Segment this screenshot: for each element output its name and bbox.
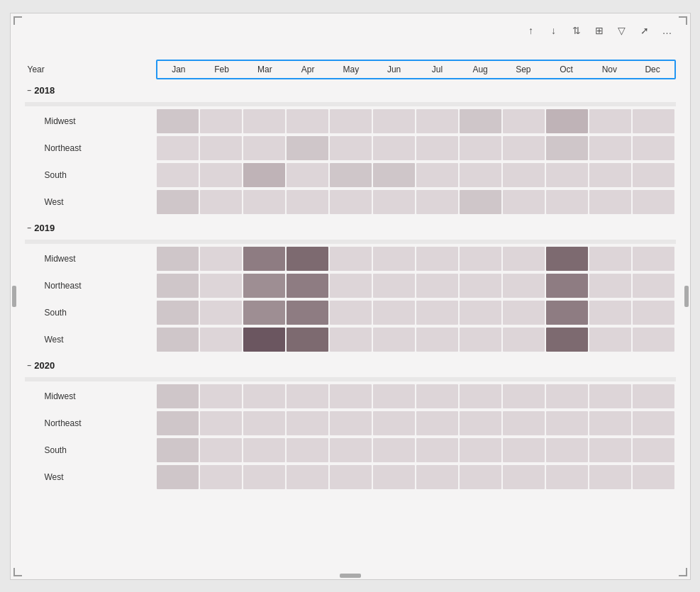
heat-cell-2020-midwest-m4[interactable] xyxy=(330,384,372,408)
heat-cell-2020-west-m9[interactable] xyxy=(546,465,588,489)
heat-cell-2018-west-m3[interactable] xyxy=(287,190,328,214)
sort-desc-button[interactable]: ↓ xyxy=(544,21,564,40)
heat-cell-2019-midwest-m6[interactable] xyxy=(416,247,458,271)
heat-cell-2019-south-m2[interactable] xyxy=(243,301,285,325)
heat-cell-2018-south-m10[interactable] xyxy=(589,163,631,187)
heat-cell-2020-midwest-m9[interactable] xyxy=(546,384,588,408)
heat-cell-2020-south-m7[interactable] xyxy=(460,438,501,462)
heat-cell-2019-northeast-m5[interactable] xyxy=(373,274,415,298)
heat-cell-2020-northeast-m7[interactable] xyxy=(460,411,501,435)
heat-cell-2020-northeast-m0[interactable] xyxy=(157,411,199,435)
heat-cell-2019-northeast-m11[interactable] xyxy=(633,274,674,298)
heat-cell-2018-midwest-m7[interactable] xyxy=(460,109,501,133)
heat-cell-2019-west-m5[interactable] xyxy=(373,328,415,352)
heat-cell-2019-west-m10[interactable] xyxy=(589,328,631,352)
heat-cell-2018-west-m4[interactable] xyxy=(330,190,372,214)
focus-button[interactable]: ➚ xyxy=(635,21,655,40)
sort-toggle-button[interactable]: ⇅ xyxy=(567,21,587,40)
heat-cell-2018-midwest-m11[interactable] xyxy=(633,109,674,133)
heat-cell-2019-northeast-m2[interactable] xyxy=(243,274,285,298)
heat-cell-2019-midwest-m4[interactable] xyxy=(330,247,372,271)
heat-cell-2018-midwest-m2[interactable] xyxy=(243,109,285,133)
heat-cell-2019-west-m0[interactable] xyxy=(157,328,199,352)
heat-cell-2020-northeast-m4[interactable] xyxy=(330,411,372,435)
heat-cell-2020-south-m3[interactable] xyxy=(287,438,328,462)
heat-cell-2020-midwest-m7[interactable] xyxy=(460,384,501,408)
heat-cell-2020-west-m6[interactable] xyxy=(416,465,458,489)
heat-cell-2019-west-m11[interactable] xyxy=(633,328,674,352)
heat-cell-2019-northeast-m3[interactable] xyxy=(287,274,328,298)
heat-cell-2018-northeast-m4[interactable] xyxy=(330,136,372,160)
heat-cell-2019-northeast-m9[interactable] xyxy=(546,274,588,298)
heat-cell-2018-northeast-m9[interactable] xyxy=(546,136,588,160)
collapse-icon[interactable]: − xyxy=(28,224,32,232)
heat-cell-2018-midwest-m9[interactable] xyxy=(546,109,588,133)
heat-cell-2019-midwest-m7[interactable] xyxy=(460,247,501,271)
resize-handle-right[interactable] xyxy=(684,286,689,307)
heat-cell-2019-west-m2[interactable] xyxy=(243,328,285,352)
heat-cell-2019-west-m4[interactable] xyxy=(330,328,372,352)
sort-asc-button[interactable]: ↑ xyxy=(521,21,541,40)
heat-cell-2018-northeast-m6[interactable] xyxy=(416,136,458,160)
heat-cell-2018-northeast-m5[interactable] xyxy=(373,136,415,160)
heat-cell-2019-south-m6[interactable] xyxy=(416,301,458,325)
heat-cell-2020-west-m1[interactable] xyxy=(200,465,242,489)
heat-cell-2018-midwest-m4[interactable] xyxy=(330,109,372,133)
heat-cell-2019-midwest-m0[interactable] xyxy=(157,247,199,271)
year-label-2018[interactable]: − 2018 xyxy=(25,85,156,96)
heat-cell-2020-south-m6[interactable] xyxy=(416,438,458,462)
heat-cell-2020-west-m5[interactable] xyxy=(373,465,415,489)
heat-cell-2018-northeast-m11[interactable] xyxy=(633,136,674,160)
heat-cell-2020-midwest-m1[interactable] xyxy=(200,384,242,408)
heat-cell-2018-midwest-m10[interactable] xyxy=(589,109,631,133)
heat-cell-2019-northeast-m10[interactable] xyxy=(589,274,631,298)
heat-cell-2020-west-m11[interactable] xyxy=(633,465,674,489)
heat-cell-2018-midwest-m8[interactable] xyxy=(503,109,545,133)
heat-cell-2020-northeast-m1[interactable] xyxy=(200,411,242,435)
heat-cell-2020-south-m0[interactable] xyxy=(157,438,199,462)
heat-cell-2019-midwest-m2[interactable] xyxy=(243,247,285,271)
heat-cell-2019-midwest-m9[interactable] xyxy=(546,247,588,271)
heat-cell-2020-midwest-m5[interactable] xyxy=(373,384,415,408)
heat-cell-2020-northeast-m11[interactable] xyxy=(633,411,674,435)
heat-cell-2018-midwest-m3[interactable] xyxy=(287,109,328,133)
heat-cell-2020-northeast-m9[interactable] xyxy=(546,411,588,435)
heat-cell-2018-south-m8[interactable] xyxy=(503,163,545,187)
heat-cell-2020-west-m7[interactable] xyxy=(460,465,501,489)
heat-cell-2018-west-m9[interactable] xyxy=(546,190,588,214)
heat-cell-2020-west-m3[interactable] xyxy=(287,465,328,489)
heat-cell-2019-south-m10[interactable] xyxy=(589,301,631,325)
heat-cell-2018-south-m6[interactable] xyxy=(416,163,458,187)
heat-cell-2020-west-m4[interactable] xyxy=(330,465,372,489)
heat-cell-2019-midwest-m1[interactable] xyxy=(200,247,242,271)
heat-cell-2018-northeast-m0[interactable] xyxy=(157,136,199,160)
heat-cell-2019-south-m7[interactable] xyxy=(460,301,501,325)
heat-cell-2019-south-m5[interactable] xyxy=(373,301,415,325)
heat-cell-2018-midwest-m0[interactable] xyxy=(157,109,199,133)
heat-cell-2018-northeast-m3[interactable] xyxy=(287,136,328,160)
heat-cell-2019-midwest-m8[interactable] xyxy=(503,247,545,271)
heat-cell-2018-west-m0[interactable] xyxy=(157,190,199,214)
heat-cell-2019-south-m3[interactable] xyxy=(287,301,328,325)
heat-cell-2019-northeast-m7[interactable] xyxy=(460,274,501,298)
heat-cell-2018-midwest-m5[interactable] xyxy=(373,109,415,133)
heat-cell-2018-northeast-m1[interactable] xyxy=(200,136,242,160)
heat-cell-2018-northeast-m7[interactable] xyxy=(460,136,501,160)
heat-cell-2020-south-m2[interactable] xyxy=(243,438,285,462)
heat-cell-2019-midwest-m10[interactable] xyxy=(589,247,631,271)
heat-cell-2020-midwest-m2[interactable] xyxy=(243,384,285,408)
resize-handle-left[interactable] xyxy=(12,286,16,307)
heat-cell-2018-south-m0[interactable] xyxy=(157,163,199,187)
heat-cell-2020-northeast-m5[interactable] xyxy=(373,411,415,435)
heat-cell-2018-west-m7[interactable] xyxy=(460,190,501,214)
heat-cell-2020-west-m10[interactable] xyxy=(589,465,631,489)
filter-button[interactable]: ▽ xyxy=(612,21,632,40)
heat-cell-2019-south-m9[interactable] xyxy=(546,301,588,325)
heat-cell-2018-south-m7[interactable] xyxy=(460,163,501,187)
heat-cell-2020-south-m9[interactable] xyxy=(546,438,588,462)
heat-cell-2018-south-m2[interactable] xyxy=(243,163,285,187)
year-label-2019[interactable]: − 2019 xyxy=(25,223,156,233)
heat-cell-2020-northeast-m6[interactable] xyxy=(416,411,458,435)
heat-cell-2020-northeast-m2[interactable] xyxy=(243,411,285,435)
heat-cell-2018-west-m11[interactable] xyxy=(633,190,674,214)
